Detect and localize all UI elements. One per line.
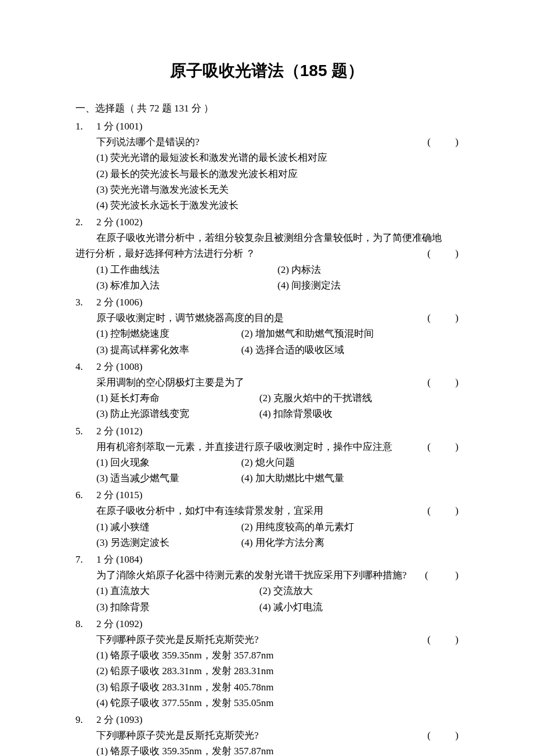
option-4: (4) 用化学方法分离 xyxy=(241,535,459,550)
question-number: 3. xyxy=(75,294,96,310)
option-3: (3) 防止光源谱线变宽 xyxy=(96,406,259,422)
option-4: (4) 选择合适的吸收区域 xyxy=(241,342,459,358)
answer-blank: ( ) xyxy=(427,632,459,647)
question-number: 5. xyxy=(75,423,96,439)
option-1: (1) 直流放大 xyxy=(96,583,259,599)
question-meta: 2 分 (1008) xyxy=(96,359,142,375)
question-stem: 下列说法哪个是错误的? xyxy=(96,134,427,150)
question-meta: 1 分 (1001) xyxy=(96,118,142,134)
option-3: (3) 荧光光谱与激发光波长无关 xyxy=(96,182,459,197)
option-1: (1) 减小狭缝 xyxy=(96,519,241,535)
option-2: (2) 交流放大 xyxy=(259,583,459,599)
question-stem: 下列哪种原子荧光是反斯托克斯荧光? xyxy=(96,728,427,743)
question-number: 6. xyxy=(75,487,96,503)
question-4: 4. 2 分 (1008) 采用调制的空心阴极灯主要是为了 ( ) (1) 延长… xyxy=(75,359,459,422)
page-title: 原子吸收光谱法（185 题） xyxy=(75,58,459,84)
answer-blank: ( ) xyxy=(427,375,459,390)
option-3: (3) 扣除背景 xyxy=(96,599,259,615)
question-2: 2. 2 分 (1002) 在原子吸收光谱分析中，若组分较复杂且被测组分含量较低… xyxy=(75,214,459,293)
options: (1) 直流放大 (2) 交流放大 (3) 扣除背景 (4) 减小灯电流 xyxy=(75,583,459,614)
option-2: (2) 熄火问题 xyxy=(241,455,459,470)
options: (1) 铬原子吸收 359.35nm，发射 357.87nm (2) 铅原子吸收… xyxy=(75,743,459,756)
question-stem: 采用调制的空心阴极灯主要是为了 xyxy=(96,375,427,390)
option-4: (4) 铊原子吸收 377.55nm，发射 535.05nm xyxy=(96,695,459,711)
option-4: (4) 扣除背景吸收 xyxy=(259,406,459,422)
option-2: (2) 最长的荧光波长与最长的激发光波长相对应 xyxy=(96,166,459,182)
question-meta: 2 分 (1092) xyxy=(96,616,142,632)
option-2: (2) 内标法 xyxy=(277,262,459,278)
option-1: (1) 工作曲线法 xyxy=(96,262,277,278)
question-stem: 为了消除火焰原子化器中待测元素的发射光谱干扰应采用下列哪种措施? xyxy=(96,567,423,583)
question-3: 3. 2 分 (1006) 原子吸收测定时，调节燃烧器高度的目的是 ( ) (1… xyxy=(75,294,459,358)
question-stem: 用有机溶剂萃取一元素，并直接进行原子吸收测定时，操作中应注意 xyxy=(96,439,427,455)
question-7: 7. 1 分 (1084) 为了消除火焰原子化器中待测元素的发射光谱干扰应采用下… xyxy=(75,552,459,615)
question-meta: 2 分 (1015) xyxy=(96,487,142,503)
options: (1) 工作曲线法 (2) 内标法 (3) 标准加入法 (4) 间接测定法 xyxy=(75,262,459,293)
question-number: 8. xyxy=(75,616,96,632)
section-heading: 一、选择题（ 共 72 题 131 分 ） xyxy=(75,100,459,116)
option-3: (3) 另选测定波长 xyxy=(96,535,241,550)
options: (1) 荧光光谱的最短波长和激发光谱的最长波长相对应 (2) 最长的荧光波长与最… xyxy=(75,150,459,213)
question-meta: 2 分 (1002) xyxy=(96,214,142,230)
question-number: 4. xyxy=(75,359,96,375)
options: (1) 减小狭缝 (2) 用纯度较高的单元素灯 (3) 另选测定波长 (4) 用… xyxy=(75,519,459,550)
option-4: (4) 间接测定法 xyxy=(277,278,459,293)
question-6: 6. 2 分 (1015) 在原子吸收分析中，如灯中有连续背景发射，宜采用 ( … xyxy=(75,487,459,550)
option-2: (2) 铅原子吸收 283.31nm，发射 283.31nm xyxy=(96,663,459,679)
option-1: (1) 延长灯寿命 xyxy=(96,390,259,406)
options: (1) 铬原子吸收 359.35nm，发射 357.87nm (2) 铅原子吸收… xyxy=(75,647,459,711)
option-1: (1) 回火现象 xyxy=(96,455,241,470)
question-meta: 1 分 (1084) xyxy=(96,552,142,567)
question-number: 7. xyxy=(75,552,96,567)
answer-blank: ( ) xyxy=(427,134,459,150)
option-1: (1) 控制燃烧速度 xyxy=(96,326,241,341)
answer-blank: ( ) xyxy=(427,728,459,743)
answer-blank: ( ) xyxy=(427,439,459,455)
option-2: (2) 增加燃气和助燃气预混时间 xyxy=(241,326,459,341)
answer-blank: ( ) xyxy=(423,567,459,583)
page: 原子吸收光谱法（185 题） 一、选择题（ 共 72 题 131 分 ） 1. … xyxy=(0,0,534,756)
option-1: (1) 铬原子吸收 359.35nm，发射 357.87nm xyxy=(96,647,459,663)
option-1: (1) 荧光光谱的最短波长和激发光谱的最长波长相对应 xyxy=(96,150,459,165)
option-3: (3) 标准加入法 xyxy=(96,278,277,293)
question-8: 8. 2 分 (1092) 下列哪种原子荧光是反斯托克斯荧光? ( ) (1) … xyxy=(75,616,459,711)
question-1: 1. 1 分 (1001) 下列说法哪个是错误的? ( ) (1) 荧光光谱的最… xyxy=(75,118,459,213)
question-stem-line2: 进行分析，最好选择何种方法进行分析 ？ xyxy=(75,246,427,261)
option-2: (2) 用纯度较高的单元素灯 xyxy=(241,519,459,535)
answer-blank: ( ) xyxy=(427,310,459,326)
question-number: 1. xyxy=(75,118,96,134)
option-2: (2) 克服火焰中的干扰谱线 xyxy=(259,390,459,406)
question-meta: 2 分 (1012) xyxy=(96,423,142,439)
question-number: 9. xyxy=(75,712,96,728)
question-stem: 下列哪种原子荧光是反斯托克斯荧光? xyxy=(96,632,427,647)
question-meta: 2 分 (1093) xyxy=(96,712,142,728)
question-9: 9. 2 分 (1093) 下列哪种原子荧光是反斯托克斯荧光? ( ) (1) … xyxy=(75,712,459,756)
option-3: (3) 适当减少燃气量 xyxy=(96,470,241,486)
option-4: (4) 荧光波长永远长于激发光波长 xyxy=(96,197,459,213)
option-3: (3) 铅原子吸收 283.31nm，发射 405.78nm xyxy=(96,679,459,695)
options: (1) 回火现象 (2) 熄火问题 (3) 适当减少燃气量 (4) 加大助燃比中… xyxy=(75,455,459,486)
question-stem: 原子吸收测定时，调节燃烧器高度的目的是 xyxy=(96,310,427,326)
option-4: (4) 减小灯电流 xyxy=(259,599,459,615)
question-stem: 在原子吸收分析中，如灯中有连续背景发射，宜采用 xyxy=(96,503,427,519)
option-3: (3) 提高试样雾化效率 xyxy=(96,342,241,358)
answer-blank: ( ) xyxy=(427,246,459,261)
options: (1) 延长灯寿命 (2) 克服火焰中的干扰谱线 (3) 防止光源谱线变宽 (4… xyxy=(75,390,459,422)
options: (1) 控制燃烧速度 (2) 增加燃气和助燃气预混时间 (3) 提高试样雾化效率… xyxy=(75,326,459,357)
question-number: 2. xyxy=(75,214,96,230)
answer-blank: ( ) xyxy=(427,503,459,519)
option-1: (1) 铬原子吸收 359.35nm，发射 357.87nm xyxy=(96,743,459,756)
question-stem-line1: 在原子吸收光谱分析中，若组分较复杂且被测组分含量较低时，为了简便准确地 xyxy=(75,230,459,246)
question-5: 5. 2 分 (1012) 用有机溶剂萃取一元素，并直接进行原子吸收测定时，操作… xyxy=(75,423,459,487)
question-meta: 2 分 (1006) xyxy=(96,294,142,310)
option-4: (4) 加大助燃比中燃气量 xyxy=(241,470,459,486)
